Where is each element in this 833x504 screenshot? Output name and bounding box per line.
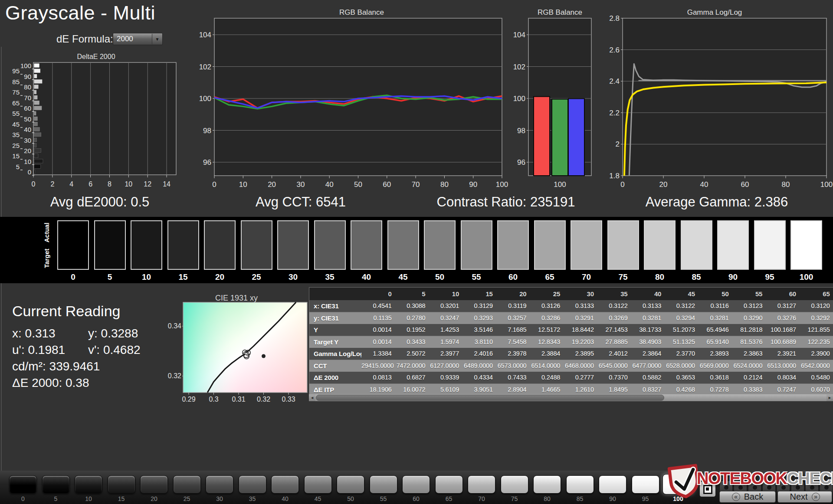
table-cell: 121.855 bbox=[800, 324, 833, 336]
table-row-label: x: CIE31 bbox=[309, 300, 361, 312]
svg-text:98: 98 bbox=[203, 127, 211, 135]
svg-text:102: 102 bbox=[199, 63, 211, 71]
patch-button-85[interactable] bbox=[566, 475, 594, 494]
patch-button-label: 90 bbox=[599, 495, 626, 502]
table-cell: 0.3257 bbox=[496, 312, 530, 324]
table-cell: 65.9140 bbox=[699, 336, 732, 348]
table-cell: 0.7433 bbox=[496, 372, 530, 383]
swatch-level-label: 65 bbox=[534, 272, 566, 282]
patch-button-95[interactable] bbox=[632, 475, 659, 494]
swatch-level-label: 95 bbox=[754, 272, 786, 282]
svg-text:10: 10 bbox=[239, 180, 247, 189]
svg-text:0: 0 bbox=[28, 168, 31, 176]
svg-text:40: 40 bbox=[24, 126, 31, 133]
grayscale-swatch-15 bbox=[167, 220, 199, 270]
patch-button-65[interactable] bbox=[435, 475, 463, 494]
table-cell: 0.3116 bbox=[699, 300, 732, 312]
patch-button-40[interactable] bbox=[271, 475, 299, 494]
scroll-right-icon[interactable]: ► bbox=[826, 394, 833, 401]
svg-text:50: 50 bbox=[354, 180, 362, 189]
table-cell: 6127.0000 bbox=[429, 360, 462, 372]
table-cell: 12.8343 bbox=[530, 336, 564, 348]
table-cell: 18.8442 bbox=[564, 324, 597, 336]
table-cell: 122.235 bbox=[800, 336, 833, 348]
notebookcheck-watermark: NOTEBOOKCHECK bbox=[668, 464, 833, 502]
scroll-left-icon[interactable]: ◄ bbox=[309, 394, 315, 401]
svg-text:104: 104 bbox=[513, 31, 525, 39]
grayscale-swatch-75 bbox=[607, 220, 639, 270]
table-cell: 0.7370 bbox=[597, 372, 631, 383]
table-cell: 0.3292 bbox=[800, 312, 833, 324]
patch-button-5[interactable] bbox=[42, 475, 70, 494]
patch-button-10[interactable] bbox=[75, 475, 102, 494]
patch-button-label: 95 bbox=[632, 495, 659, 502]
svg-text:2.2: 2.2 bbox=[609, 109, 620, 117]
svg-text:2.8: 2.8 bbox=[609, 14, 620, 23]
logo-text-primary: NOTEBOOK bbox=[697, 469, 787, 488]
table-column-header: 10 bbox=[429, 288, 462, 300]
svg-text:70: 70 bbox=[24, 94, 31, 101]
patch-button-label: 25 bbox=[173, 495, 201, 502]
svg-text:100: 100 bbox=[820, 180, 833, 189]
svg-text:5: 5 bbox=[16, 163, 20, 170]
table-cell: 1.4665 bbox=[530, 384, 564, 395]
patch-button-20[interactable] bbox=[140, 475, 168, 494]
swatch-level-label: 90 bbox=[717, 272, 749, 282]
patch-button-label: 5 bbox=[42, 495, 70, 502]
patch-button-60[interactable] bbox=[402, 475, 430, 494]
patch-button-45[interactable] bbox=[304, 475, 332, 494]
patch-button-90[interactable] bbox=[599, 475, 626, 494]
patch-button-55[interactable] bbox=[370, 475, 397, 494]
table-row-label: Gamma Log/Log bbox=[309, 348, 361, 360]
table-cell: 2.5072 bbox=[395, 348, 429, 360]
table-cell: 1.8495 bbox=[597, 384, 631, 395]
table-row: Gamma Log/Log1.33842.50722.39772.40162.3… bbox=[309, 348, 833, 360]
svg-text:Gamma Log/Log: Gamma Log/Log bbox=[687, 8, 742, 16]
table-cell: 2.3978 bbox=[496, 348, 530, 360]
table-row-label: ΔE 2000 bbox=[309, 372, 361, 383]
chevron-down-icon[interactable]: ▼ bbox=[152, 34, 162, 44]
svg-text:85: 85 bbox=[12, 78, 20, 85]
patch-button-label: 70 bbox=[468, 495, 495, 502]
grayscale-ramp-strip: Actual Target 05101520253035404550556065… bbox=[0, 217, 833, 283]
patch-button-label: 0 bbox=[9, 495, 37, 502]
table-column-header: 0 bbox=[361, 288, 395, 300]
table-cell: 0.0813 bbox=[361, 372, 395, 383]
svg-text:0.34: 0.34 bbox=[168, 322, 181, 330]
table-column-header: 50 bbox=[699, 288, 732, 300]
patch-button-label: 45 bbox=[304, 495, 332, 502]
patch-button-70[interactable] bbox=[468, 475, 495, 494]
table-cell: 0.8034 bbox=[766, 372, 800, 383]
svg-text:0.3: 0.3 bbox=[209, 396, 218, 403]
svg-text:35: 35 bbox=[12, 131, 20, 138]
patch-button-50[interactable] bbox=[337, 475, 364, 494]
patch-button-80[interactable] bbox=[533, 475, 561, 494]
grayscale-swatch-80 bbox=[644, 220, 676, 270]
patch-button-25[interactable] bbox=[173, 475, 201, 494]
swatch-level-label: 10 bbox=[131, 272, 162, 282]
patch-button-35[interactable] bbox=[239, 475, 266, 494]
table-cell: 19.2203 bbox=[564, 336, 597, 348]
patch-button-75[interactable] bbox=[501, 475, 528, 494]
patch-button-30[interactable] bbox=[206, 475, 233, 494]
de-formula-select[interactable]: 2000 ▼ bbox=[113, 33, 163, 45]
patch-button-15[interactable] bbox=[108, 475, 135, 494]
actual-row-label: Actual bbox=[42, 220, 51, 245]
table-horizontal-scrollbar[interactable]: ◄ ► bbox=[309, 394, 833, 401]
table-cell: 0.3281 bbox=[699, 312, 732, 324]
table-cell: 0.3291 bbox=[564, 312, 597, 324]
svg-text:100: 100 bbox=[554, 180, 566, 189]
table-cell: 2.3977 bbox=[429, 348, 462, 360]
svg-text:100: 100 bbox=[199, 95, 211, 103]
table-cell: 0.3294 bbox=[665, 312, 699, 324]
scrollbar-thumb[interactable] bbox=[316, 395, 664, 401]
table-cell: 0.3293 bbox=[462, 312, 496, 324]
table-cell: 2.3900 bbox=[800, 348, 833, 360]
patch-button-0[interactable] bbox=[9, 475, 37, 494]
table-cell: 0.3383 bbox=[732, 384, 766, 395]
patch-button-label: 85 bbox=[566, 495, 594, 502]
grayscale-swatch-45 bbox=[387, 220, 419, 270]
table-cell: 0.4541 bbox=[361, 300, 395, 312]
swatch-level-label: 5 bbox=[94, 272, 126, 282]
table-cell: 0.3133 bbox=[564, 300, 597, 312]
